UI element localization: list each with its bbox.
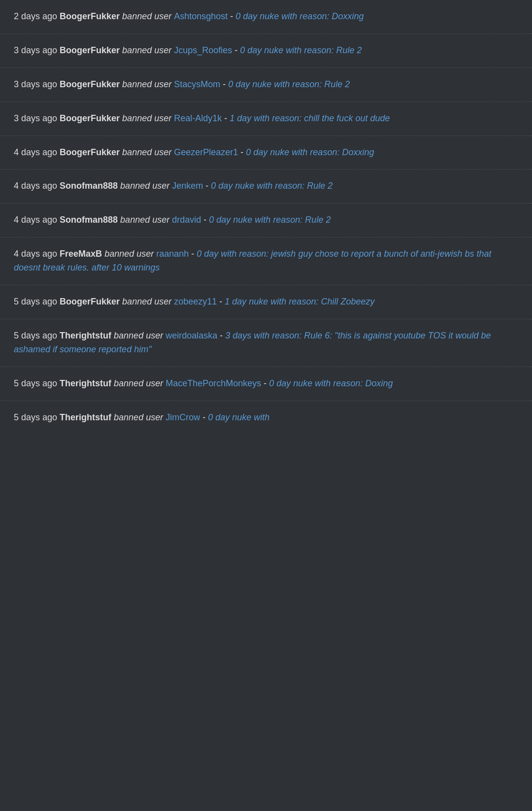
log-action: banned user [120,79,174,89]
log-time: 5 days ago [14,412,60,422]
log-action: banned user [111,412,166,422]
log-dash: - [217,331,225,340]
log-action: banned user [120,147,174,157]
log-action: banned user [120,113,174,123]
log-reason: 0 day nuke with reason: Doxxing [246,147,374,157]
log-moderator: Therightstuf [60,331,111,340]
log-time: 5 days ago [14,297,60,306]
log-text: 3 days ago BoogerFukker banned user Stac… [14,78,518,92]
log-time: 4 days ago [14,249,60,259]
log-reason: 0 day nuke with reason: Rule 2 [211,181,332,191]
log-moderator: FreeMaxB [60,249,102,259]
log-item: 3 days ago BoogerFukker banned user Stac… [0,68,532,102]
log-moderator: BoogerFukker [60,11,120,21]
log-moderator: Therightstuf [60,378,111,388]
log-reason: 1 day nuke with reason: Chill Zobeezy [225,297,374,306]
log-reason: 1 day with reason: chill the fuck out du… [230,113,390,123]
log-moderator: BoogerFukker [60,113,120,123]
log-reason: 0 day nuke with reason: Rule 2 [228,79,350,89]
log-moderator: Sonofman888 [60,181,118,191]
log-text: 5 days ago Therightstuf banned user weir… [14,329,518,357]
log-dash: - [238,147,246,157]
log-moderator: Sonofman888 [60,215,118,225]
log-action: banned user [120,45,174,55]
log-item: 4 days ago BoogerFukker banned user Geez… [0,136,532,170]
log-action: banned user [118,215,172,225]
log-item: 5 days ago Therightstuf banned user JimC… [0,401,532,435]
log-username[interactable]: Real-Aldy1k [174,113,222,123]
log-dash: - [220,79,228,89]
log-username[interactable]: StacysMom [174,79,220,89]
log-item: 5 days ago Therightstuf banned user weir… [0,319,532,367]
log-time: 5 days ago [14,331,60,340]
log-action: banned user [120,297,174,306]
log-time: 2 days ago [14,11,60,21]
log-dash: - [217,297,225,306]
log-text: 5 days ago Therightstuf banned user Mace… [14,377,518,391]
log-item: 5 days ago Therightstuf banned user Mace… [0,367,532,401]
log-text: 4 days ago Sonofman888 banned user drdav… [14,213,518,227]
log-moderator: BoogerFukker [60,297,120,306]
ban-log-list: 2 days ago BoogerFukker banned user Asht… [0,0,532,434]
log-username[interactable]: raananh [156,249,189,259]
log-text: 3 days ago BoogerFukker banned user Jcup… [14,44,518,58]
log-dash: - [232,45,240,55]
log-username[interactable]: JimCrow [166,412,200,422]
log-action: banned user [111,378,166,388]
log-time: 4 days ago [14,181,60,191]
log-item: 4 days ago Sonofman888 banned user Jenke… [0,169,532,203]
log-username[interactable]: zobeezy11 [174,297,217,306]
log-username[interactable]: MaceThePorchMonkeys [166,378,261,388]
log-text: 2 days ago BoogerFukker banned user Asht… [14,10,518,24]
log-action: banned user [118,181,172,191]
log-reason: 0 day nuke with reason: Doxxing [235,11,364,21]
log-time: 4 days ago [14,215,60,225]
log-dash: - [222,113,230,123]
log-dash: - [201,215,209,225]
log-text: 5 days ago Therightstuf banned user JimC… [14,411,518,425]
log-dash: - [203,181,211,191]
log-username[interactable]: weirdoalaska [166,331,217,340]
log-time: 3 days ago [14,79,60,89]
log-username[interactable]: drdavid [172,215,201,225]
log-time: 3 days ago [14,113,60,123]
log-moderator: BoogerFukker [60,147,120,157]
log-item: 3 days ago BoogerFukker banned user Real… [0,102,532,136]
log-text: 5 days ago BoogerFukker banned user zobe… [14,295,518,309]
log-item: 4 days ago Sonofman888 banned user drdav… [0,203,532,237]
log-reason: 0 day nuke with reason: Doxing [269,378,393,388]
log-time: 5 days ago [14,378,60,388]
log-username[interactable]: Jenkem [172,181,203,191]
log-action: banned user [111,331,166,340]
log-item: 5 days ago BoogerFukker banned user zobe… [0,285,532,319]
log-dash: - [228,11,235,21]
log-username[interactable]: Jcups_Roofies [174,45,232,55]
log-moderator: BoogerFukker [60,45,120,55]
log-username[interactable]: Ashtonsghost [174,11,228,21]
log-reason: 0 day nuke with reason: Rule 2 [240,45,362,55]
log-dash: - [261,378,269,388]
log-text: 4 days ago BoogerFukker banned user Geez… [14,146,518,160]
log-username[interactable]: GeezerPleazer1 [174,147,238,157]
log-moderator: Therightstuf [60,412,111,422]
log-text: 3 days ago BoogerFukker banned user Real… [14,112,518,126]
log-action: banned user [120,11,174,21]
log-text: 4 days ago Sonofman888 banned user Jenke… [14,179,518,193]
log-moderator: BoogerFukker [60,79,120,89]
log-time: 4 days ago [14,147,60,157]
log-time: 3 days ago [14,45,60,55]
log-text: 4 days ago FreeMaxB banned user raananh … [14,247,518,275]
log-action: banned user [102,249,156,259]
log-reason: 0 day nuke with [208,412,269,422]
log-item: 2 days ago BoogerFukker banned user Asht… [0,0,532,34]
log-item: 3 days ago BoogerFukker banned user Jcup… [0,34,532,68]
log-dash: - [189,249,197,259]
log-item: 4 days ago FreeMaxB banned user raananh … [0,237,532,285]
log-reason: 0 day nuke with reason: Rule 2 [209,215,331,225]
log-dash: - [200,412,208,422]
